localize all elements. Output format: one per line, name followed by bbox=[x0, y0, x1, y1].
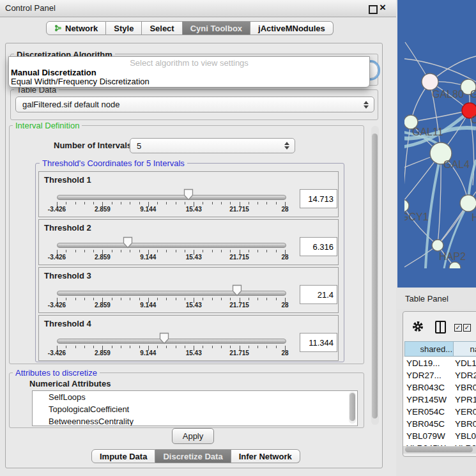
table-row[interactable]: YPR145WYPR1 bbox=[403, 394, 476, 406]
settings-scrollbar-thumb[interactable] bbox=[372, 134, 378, 418]
slider-tick bbox=[121, 202, 121, 204]
tab-discretize-data[interactable]: Discretize Data bbox=[155, 449, 231, 463]
settings-scrollbar[interactable] bbox=[371, 126, 379, 425]
slider-tick bbox=[185, 346, 185, 348]
slider-tick bbox=[93, 250, 94, 252]
slider-tick bbox=[276, 346, 277, 348]
table-row[interactable]: YBR043CYBR0 bbox=[403, 381, 476, 394]
algorithm-option-manual[interactable]: Manual Discretization bbox=[11, 68, 96, 77]
attribute-item[interactable]: TopologicalCoefficient bbox=[33, 403, 357, 415]
slider-tick bbox=[112, 298, 112, 300]
column-header-shared-name[interactable]: shared... bbox=[404, 341, 455, 357]
table-cell-shared-name[interactable]: YBR045C bbox=[403, 418, 455, 430]
number-of-intervals-combobox[interactable]: 5 bbox=[130, 138, 295, 153]
table-row[interactable]: YDR27...YDR2 bbox=[403, 369, 476, 381]
float-panel-icon[interactable] bbox=[369, 5, 378, 14]
slider-tick bbox=[257, 250, 258, 252]
attributes-scrollbar-thumb[interactable] bbox=[349, 393, 355, 421]
slider-tick bbox=[139, 298, 140, 300]
network-node[interactable] bbox=[432, 240, 443, 251]
attributes-scrollbar[interactable] bbox=[349, 392, 356, 424]
slider-tick-label: 28 bbox=[270, 302, 300, 309]
network-node[interactable] bbox=[460, 195, 476, 211]
checkbox-icon[interactable]: ✓ bbox=[454, 324, 462, 332]
threshold-value-input[interactable] bbox=[300, 285, 337, 304]
slider-tick bbox=[221, 346, 222, 348]
table-row[interactable]: YBL079WYBL0 bbox=[403, 430, 476, 442]
algorithm-option-equal-width[interactable]: Equal Width/Frequency Discretization bbox=[11, 77, 150, 86]
slider-tick-label: 2.859 bbox=[88, 254, 117, 261]
table-row[interactable]: YBR045CYBR0 bbox=[403, 418, 476, 430]
tab-select[interactable]: Select bbox=[142, 21, 182, 35]
table-cell-name[interactable]: YER0 bbox=[455, 406, 476, 418]
slider-tick bbox=[139, 202, 140, 204]
table-cell-name[interactable]: YPR1 bbox=[455, 394, 476, 406]
slider-thumb[interactable] bbox=[232, 284, 242, 298]
table-cell-name[interactable]: YBR0 bbox=[455, 381, 476, 394]
attribute-item[interactable]: BetweennessCentrality bbox=[33, 415, 357, 426]
column-header-name[interactable]: na bbox=[453, 341, 476, 357]
slider-tick bbox=[75, 202, 76, 204]
table-cell-name[interactable]: YDL1 bbox=[455, 357, 476, 369]
table-row[interactable]: YER054CYER0 bbox=[403, 406, 476, 418]
table-cell-shared-name[interactable]: YDL19... bbox=[403, 357, 455, 369]
slider-tick bbox=[130, 346, 130, 348]
slider-thumb[interactable] bbox=[123, 236, 133, 250]
slider-tick bbox=[176, 250, 176, 252]
slider-tick bbox=[176, 298, 176, 300]
slider-track[interactable] bbox=[57, 243, 286, 248]
table-cell-shared-name[interactable]: YPR145W bbox=[403, 394, 455, 406]
slider-tick-label: 9.144 bbox=[134, 349, 163, 357]
slider-tick bbox=[75, 298, 76, 300]
slider-tick-label: 9.144 bbox=[134, 206, 163, 213]
tab-impute-data[interactable]: Impute Data bbox=[91, 449, 155, 463]
table-cell-shared-name[interactable]: YBR043C bbox=[403, 381, 455, 394]
slider-tick bbox=[157, 250, 158, 252]
slider-thumb[interactable] bbox=[159, 332, 169, 346]
table-h-scrollbar-thumb[interactable] bbox=[405, 447, 473, 452]
threshold-value-input[interactable] bbox=[300, 189, 337, 208]
threshold-rows: Threshold 1-3.4262.8599.14415.4321.71528… bbox=[38, 171, 339, 360]
table-cell-shared-name[interactable]: YDR27... bbox=[403, 369, 455, 381]
slider-tick-label: 2.859 bbox=[88, 349, 117, 357]
network-node-label: GAL11 bbox=[412, 127, 443, 137]
table-cell-name[interactable]: YDR2 bbox=[455, 369, 476, 381]
tab-cyni-toolbox[interactable]: Cyni Toolbox bbox=[183, 21, 250, 35]
gear-icon[interactable] bbox=[412, 321, 424, 332]
table-h-scrollbar[interactable] bbox=[403, 446, 476, 454]
table-cell-name[interactable]: YBR0 bbox=[455, 418, 476, 430]
numerical-attributes-list[interactable]: SelfLoopsTopologicalCoefficientBetweenne… bbox=[32, 390, 358, 426]
slider-tick bbox=[276, 202, 277, 204]
table-cell-name[interactable]: YBL0 bbox=[455, 430, 476, 442]
combo-arrows-icon bbox=[284, 142, 289, 150]
tab-infer-network[interactable]: Infer Network bbox=[231, 449, 300, 463]
interval-definition-label: Interval Definition bbox=[13, 121, 82, 130]
checkbox-icon[interactable]: ✓ bbox=[463, 324, 471, 332]
threshold-value-input[interactable] bbox=[300, 237, 337, 256]
threshold-value-input[interactable] bbox=[300, 333, 337, 352]
slider-track[interactable] bbox=[57, 339, 286, 344]
table-cell-shared-name[interactable]: YBL079W bbox=[403, 430, 455, 442]
columns-icon[interactable] bbox=[435, 321, 446, 334]
table-rows: YDL19...YDL1YDR27...YDR2YBR043CYBR0YPR14… bbox=[403, 357, 476, 446]
tab-network[interactable]: Network bbox=[46, 21, 106, 35]
slider-track[interactable] bbox=[57, 195, 286, 200]
attribute-item[interactable]: SelfLoops bbox=[33, 391, 357, 403]
slider-tick bbox=[84, 202, 85, 204]
close-panel-icon[interactable]: × bbox=[380, 1, 386, 14]
apply-button[interactable]: Apply bbox=[172, 428, 214, 444]
slider-tick bbox=[266, 202, 267, 204]
table-cell-shared-name[interactable]: YER054C bbox=[403, 406, 455, 418]
threshold-row: Threshold 2-3.4262.8599.14415.4321.71528 bbox=[38, 219, 339, 265]
slider-track[interactable] bbox=[57, 291, 286, 296]
threshold-title: Threshold 3 bbox=[44, 271, 91, 280]
tab-jactivemnodules[interactable]: jActiveMNodules bbox=[250, 21, 334, 35]
slider-thumb[interactable] bbox=[183, 188, 194, 203]
network-node[interactable] bbox=[404, 199, 409, 212]
network-canvas[interactable]: GAL80GACGAL11GAL4GCY1HHAP2 bbox=[404, 19, 476, 268]
tab-style[interactable]: Style bbox=[106, 21, 142, 35]
table-data-combobox[interactable]: galFiltered.sif default node bbox=[15, 96, 374, 112]
network-node[interactable] bbox=[422, 73, 438, 90]
table-row[interactable]: YDL19...YDL1 bbox=[403, 357, 476, 369]
slider-tick bbox=[130, 202, 130, 204]
